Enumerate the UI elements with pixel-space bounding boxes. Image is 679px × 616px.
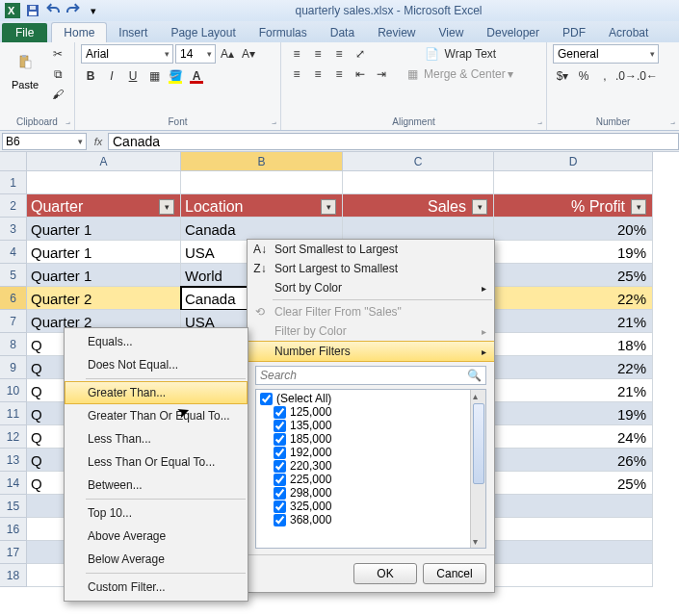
cell[interactable]: 24% <box>494 425 653 449</box>
cell[interactable]: 22% <box>494 287 653 310</box>
nf-less-equal[interactable]: Less Than Or Equal To... <box>65 450 248 474</box>
tab-home[interactable]: Home <box>51 22 107 42</box>
cell[interactable]: 21% <box>494 379 653 402</box>
nf-greater-than[interactable]: Greater Than... <box>65 381 248 404</box>
tab-developer[interactable]: Developer <box>475 23 551 42</box>
cell[interactable] <box>494 171 653 194</box>
scrollbar[interactable] <box>470 390 485 548</box>
comma-icon[interactable]: , <box>595 66 614 86</box>
filter-dropdown-icon[interactable]: ▾ <box>631 199 646 215</box>
font-color-button[interactable]: A <box>187 66 206 86</box>
row-header[interactable]: 13 <box>0 449 27 472</box>
tab-review[interactable]: Review <box>366 23 427 42</box>
row-header[interactable]: 5 <box>0 264 27 287</box>
scroll-thumb[interactable] <box>473 403 484 484</box>
filter-checkbox[interactable] <box>274 487 286 500</box>
format-painter-icon[interactable]: 🖌 <box>48 85 67 104</box>
font-size-combo[interactable]: 14 <box>175 44 216 64</box>
cell[interactable] <box>343 171 494 194</box>
filter-values-list[interactable]: (Select All)125,000135,000185,000192,000… <box>255 389 486 549</box>
name-box[interactable]: B6 <box>2 133 87 150</box>
cell[interactable]: 22% <box>494 356 653 379</box>
filter-search-input[interactable] <box>260 369 467 382</box>
row-header[interactable]: 18 <box>0 564 27 587</box>
cell[interactable] <box>494 518 653 541</box>
align-middle-icon[interactable]: ≡ <box>308 44 327 64</box>
decrease-indent-icon[interactable]: ⇤ <box>351 64 370 84</box>
filter-dropdown-icon[interactable]: ▾ <box>472 199 487 215</box>
increase-indent-icon[interactable]: ⇥ <box>372 64 391 84</box>
nf-greater-equal[interactable]: Greater Than Or Equal To... <box>65 404 248 427</box>
filter-checkbox[interactable] <box>274 500 286 513</box>
sort-ascending-item[interactable]: A↓Sort Smallest to Largest <box>248 240 494 259</box>
tab-acrobat[interactable]: Acrobat <box>597 23 660 42</box>
tab-file[interactable]: File <box>2 23 47 42</box>
filter-checkbox[interactable] <box>274 406 286 419</box>
filter-value-item[interactable]: 125,000 <box>258 405 468 419</box>
decrease-decimal-icon[interactable]: .0← <box>638 66 657 86</box>
cell[interactable]: 20% <box>494 218 653 241</box>
tab-view[interactable]: View <box>428 23 476 42</box>
row-header[interactable]: 16 <box>0 518 27 541</box>
cell[interactable]: Quarter 1 <box>27 264 181 287</box>
filter-checkbox[interactable] <box>260 393 273 405</box>
grow-font-icon[interactable]: A▴ <box>218 44 237 64</box>
align-top-icon[interactable]: ≡ <box>287 44 306 64</box>
increase-decimal-icon[interactable]: .0→ <box>616 66 636 86</box>
filter-search-box[interactable]: 🔍 <box>255 366 486 385</box>
row-header[interactable]: 12 <box>0 425 27 449</box>
undo-icon[interactable] <box>44 2 62 19</box>
cell[interactable]: Canada <box>181 218 343 241</box>
fx-icon[interactable]: fx <box>89 136 108 147</box>
table-header[interactable]: Quarter▾ <box>27 194 181 218</box>
copy-icon[interactable]: ⧉ <box>48 64 67 84</box>
row-header[interactable]: 11 <box>0 402 27 425</box>
row-header[interactable]: 6 <box>0 287 27 310</box>
cell[interactable] <box>343 218 494 241</box>
tab-data[interactable]: Data <box>319 23 366 42</box>
table-header[interactable]: Location▾ <box>181 194 343 218</box>
cut-icon[interactable]: ✂ <box>48 44 67 64</box>
bold-button[interactable]: B <box>81 66 100 86</box>
filter-value-item[interactable]: 185,000 <box>258 432 468 446</box>
redo-icon[interactable] <box>65 2 82 19</box>
filter-value-item[interactable]: 192,000 <box>258 446 468 459</box>
nf-equals[interactable]: Equals... <box>65 330 248 353</box>
qat-more-icon[interactable]: ▾ <box>85 2 102 19</box>
cell[interactable]: 19% <box>494 241 653 264</box>
filter-checkbox[interactable] <box>274 447 286 459</box>
ok-button[interactable]: OK <box>353 563 417 584</box>
nf-top10[interactable]: Top 10... <box>65 501 248 525</box>
row-header[interactable]: 1 <box>0 171 27 194</box>
fill-color-button[interactable]: 🪣 <box>166 66 185 86</box>
save-icon[interactable] <box>24 2 41 19</box>
row-header[interactable]: 14 <box>0 472 27 495</box>
nf-between[interactable]: Between... <box>65 474 248 497</box>
align-bottom-icon[interactable]: ≡ <box>329 44 349 64</box>
cell[interactable]: 18% <box>494 333 653 356</box>
row-header[interactable]: 4 <box>0 241 27 264</box>
orientation-icon[interactable]: ⤢ <box>351 44 370 64</box>
filter-dropdown-icon[interactable]: ▾ <box>159 199 174 215</box>
number-filters-item[interactable]: Number Filters▸ <box>248 341 494 362</box>
row-header[interactable]: 17 <box>0 541 27 564</box>
filter-checkbox[interactable] <box>274 514 286 526</box>
filter-dropdown-icon[interactable]: ▾ <box>321 199 336 215</box>
cell[interactable] <box>494 564 653 587</box>
row-header[interactable]: 10 <box>0 379 27 402</box>
cell[interactable] <box>494 495 653 518</box>
col-header-b[interactable]: B <box>181 152 343 171</box>
filter-value-item[interactable]: 325,000 <box>258 500 468 513</box>
cancel-button[interactable]: Cancel <box>423 563 486 584</box>
cell[interactable] <box>494 541 653 564</box>
filter-checkbox[interactable] <box>274 433 286 446</box>
nf-not-equal[interactable]: Does Not Equal... <box>65 353 248 376</box>
font-name-combo[interactable]: Arial <box>81 44 173 64</box>
cell[interactable]: 26% <box>494 449 653 472</box>
filter-value-item[interactable]: 225,000 <box>258 473 468 486</box>
formula-input[interactable]: Canada <box>108 133 679 150</box>
col-header-d[interactable]: D <box>494 152 653 171</box>
cell[interactable]: Quarter 1 <box>27 241 181 264</box>
row-header[interactable]: 2 <box>0 194 27 218</box>
nf-above-avg[interactable]: Above Average <box>65 525 248 548</box>
